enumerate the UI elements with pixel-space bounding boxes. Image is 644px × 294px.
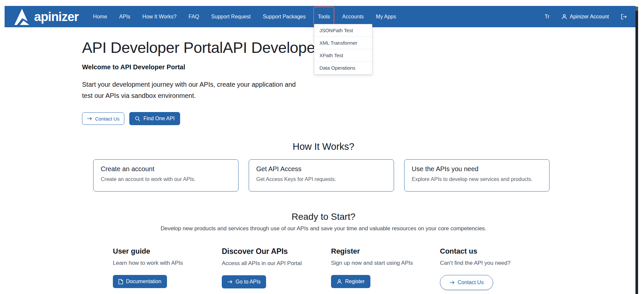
user-icon xyxy=(561,14,567,20)
arrow-right-icon xyxy=(87,116,92,121)
hero-description: Start your development journey with our … xyxy=(82,79,305,101)
go-to-apis-label: Go to APIs xyxy=(236,279,260,285)
document-icon xyxy=(118,279,123,284)
nav-item-apis[interactable]: APIs xyxy=(119,14,130,20)
register-label: Register xyxy=(345,279,365,284)
how-it-works-cards: Create an account Create an account to w… xyxy=(93,159,550,192)
card-use-apis: Use the APIs you need Explore APIs to de… xyxy=(404,159,550,192)
column-description: Access all APIs in our API Portal xyxy=(222,260,331,267)
find-one-api-button[interactable]: Find One API xyxy=(129,112,180,125)
nav-item-tools[interactable]: Tools JSONPath Test XML Transformer XPat… xyxy=(318,14,330,20)
contact-us-button[interactable]: Contact Us xyxy=(82,112,124,125)
column-title: User guide xyxy=(113,247,222,256)
column-discover-apis: Discover Our APIs Access all APIs in our… xyxy=(222,247,331,290)
nav-item-faq[interactable]: FAQ xyxy=(189,14,199,20)
column-description: Learn how to work with APIs xyxy=(113,260,222,266)
card-title: Create an account xyxy=(101,165,231,173)
contact-us-label: Contact Us xyxy=(95,116,119,122)
card-description: Explore APIs to develop new services and… xyxy=(412,176,542,182)
footer-columns: User guide Learn how to work with APIs D… xyxy=(113,247,525,290)
account-label: Apinizer Account xyxy=(570,14,609,20)
column-title: Discover Our APIs xyxy=(222,247,331,256)
user-icon xyxy=(337,279,342,284)
contact-us-pill-button[interactable]: Contact Us xyxy=(440,275,493,290)
contact-us-pill-label: Contact Us xyxy=(458,280,484,285)
nav-item-accounts[interactable]: Accounts xyxy=(342,14,364,20)
how-it-works-title: How It Works? xyxy=(93,141,554,152)
find-one-api-label: Find One API xyxy=(143,116,175,122)
logout-icon[interactable] xyxy=(621,14,627,20)
column-title: Register xyxy=(331,247,440,256)
hero-welcome: Welcome to API Developer Portal xyxy=(82,63,185,71)
apinizer-logo-icon xyxy=(13,8,31,25)
language-toggle[interactable]: Tr xyxy=(545,14,550,20)
column-register: Register Sign up now and start using API… xyxy=(331,247,440,290)
menu-item-xpath-test[interactable]: XPath Test xyxy=(314,49,372,62)
column-description: Can't find the API you need? xyxy=(440,260,525,266)
column-user-guide: User guide Learn how to work with APIs D… xyxy=(113,247,222,290)
tools-dropdown: JSONPath Test XML Transformer XPath Test… xyxy=(314,24,372,75)
nav-item-home[interactable]: Home xyxy=(93,14,107,20)
top-navbar: apinizer Home APIs How It Works? FAQ Sup… xyxy=(5,6,635,27)
documentation-button[interactable]: Documentation xyxy=(113,275,167,288)
menu-item-data-operations[interactable]: Data Operations xyxy=(314,62,372,74)
card-title: Use the APIs you need xyxy=(412,165,542,173)
search-icon xyxy=(135,116,140,122)
scrollbar-cap xyxy=(635,7,638,11)
nav-item-my-apps[interactable]: My Apps xyxy=(376,14,396,20)
ready-subtitle: Develop new products and services throug… xyxy=(93,225,554,232)
go-to-apis-button[interactable]: Go to APIs xyxy=(222,275,266,288)
card-description: Get Access Keys for API requests. xyxy=(256,176,386,182)
nav-item-how-it-works[interactable]: How It Works? xyxy=(142,14,177,20)
apinizer-logo[interactable]: apinizer xyxy=(13,8,79,25)
ready-title: Ready to Start? xyxy=(93,212,554,222)
navbar-right: Tr Apinizer Account xyxy=(545,14,627,20)
card-create-account: Create an account Create an account to w… xyxy=(93,159,239,192)
nav-links: Home APIs How It Works? FAQ Support Requ… xyxy=(93,14,396,20)
brand-name: apinizer xyxy=(34,11,79,23)
column-description: Sign up now and start using APIs xyxy=(331,260,440,266)
register-button[interactable]: Register xyxy=(331,275,370,288)
column-title: Contact us xyxy=(440,247,525,256)
menu-item-xml-transformer[interactable]: XML Transformer xyxy=(314,37,372,49)
arrow-right-icon xyxy=(449,280,455,285)
hero-buttons: Contact Us Find One API xyxy=(82,112,180,125)
account-link[interactable]: Apinizer Account xyxy=(561,14,609,20)
card-get-api-access: Get API Access Get Access Keys for API r… xyxy=(249,159,394,192)
card-description: Create an account to work with our APIs. xyxy=(101,176,231,182)
card-title: Get API Access xyxy=(256,165,386,173)
nav-item-tools-label: Tools xyxy=(318,14,330,19)
nav-item-support-packages[interactable]: Support Packages xyxy=(263,14,306,20)
window-edge-scrollbar[interactable] xyxy=(635,7,638,294)
documentation-label: Documentation xyxy=(126,279,161,284)
arrow-right-icon xyxy=(227,280,233,284)
nav-item-support-request[interactable]: Support Request xyxy=(211,14,251,20)
column-contact-us: Contact us Can't find the API you need? … xyxy=(440,247,525,290)
menu-item-jsonpath-test[interactable]: JSONPath Test xyxy=(314,24,372,37)
